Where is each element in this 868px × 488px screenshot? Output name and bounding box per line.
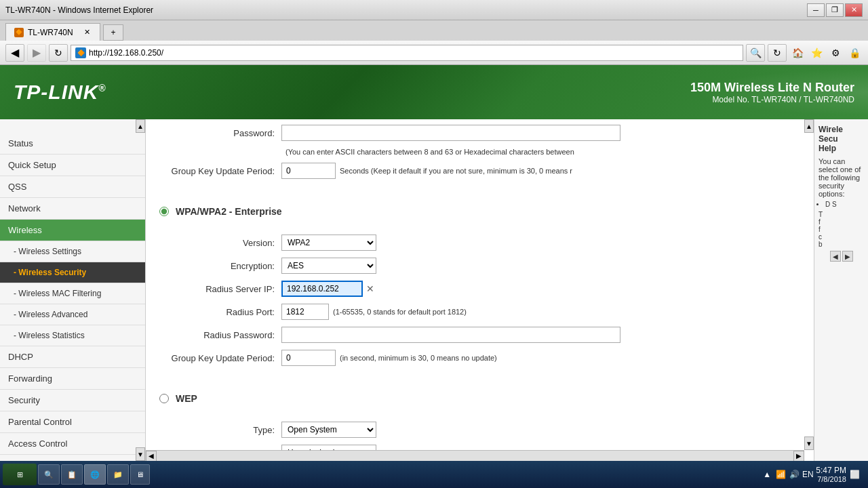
type-select[interactable]: Open System Shared Key Automatic xyxy=(281,422,376,438)
radius-port-input[interactable] xyxy=(281,304,329,320)
browser-tab[interactable]: 🔶 TL-WR740N ✕ xyxy=(5,23,100,41)
clock-time: 5:47 PM xyxy=(816,466,846,475)
restore-button[interactable]: ❐ xyxy=(826,3,844,17)
sidebar-item-wireless-mac-filtering[interactable]: - Wireless MAC Filtering xyxy=(0,283,145,304)
sidebar-scroll: Status Quick Setup QSS Network Wireless … xyxy=(0,119,145,461)
start-button[interactable]: ⊞ xyxy=(3,464,37,485)
search-button[interactable]: 🔍 xyxy=(746,44,765,62)
home-icon[interactable]: 🏠 xyxy=(789,45,806,61)
help-nav: ◀ ▶ xyxy=(818,251,864,262)
model-number: Model No. TL-WR740N / TL-WR740ND xyxy=(690,95,854,104)
address-bar[interactable]: 🔶 http://192.168.0.250/ xyxy=(71,45,743,61)
address-text: http://192.168.0.250/ xyxy=(89,48,163,58)
sidebar-item-network[interactable]: Network xyxy=(0,198,145,220)
radius-port-label: Radius Port: xyxy=(159,307,281,317)
taskbar-explorer[interactable]: 📁 xyxy=(107,464,129,485)
radius-port-note: (1-65535, 0 stands for default port 1812… xyxy=(333,308,467,316)
tab-close-button[interactable]: ✕ xyxy=(82,28,92,37)
wep-label: WEP xyxy=(176,393,197,404)
password-input[interactable] xyxy=(281,125,620,141)
content-area: ▲ Password: (You can enter ASCII charact xyxy=(146,119,814,461)
version-label: Version: xyxy=(159,238,281,248)
wpa-enterprise-label: WPA/WPA2 - Enterprise xyxy=(176,206,282,217)
help-next-button[interactable]: ▶ xyxy=(842,251,853,262)
show-desktop-icon[interactable]: ⬜ xyxy=(849,469,860,480)
sidebar-item-quick-setup[interactable]: Quick Setup xyxy=(0,155,145,176)
sidebar-item-dhcp[interactable]: DHCP xyxy=(0,346,145,368)
sidebar-item-wireless-settings[interactable]: - Wireless Settings xyxy=(0,241,145,262)
content-scroll-down[interactable]: ▼ xyxy=(804,436,814,450)
address-favicon-icon: 🔶 xyxy=(75,47,86,58)
sidebar-item-wireless-statistics[interactable]: - Wireless Statistics xyxy=(0,325,145,346)
scroll-right-button[interactable]: ▶ xyxy=(793,451,804,462)
sidebar-item-status[interactable]: Status xyxy=(0,133,145,155)
sidebar-item-qss[interactable]: QSS xyxy=(0,176,145,198)
explorer-taskbar-icon: 📁 xyxy=(113,470,123,479)
title-bar: TL-WR740N - Windows Internet Explorer ─ … xyxy=(0,0,868,20)
group-key-input-2[interactable] xyxy=(281,350,336,366)
help-title: WireleSecuHelp xyxy=(818,125,864,153)
group-key-label-1: Group Key Update Period: xyxy=(159,166,281,176)
sidebar-item-wireless-security[interactable]: - Wireless Security xyxy=(0,262,145,283)
sidebar-item-forwarding[interactable]: Forwarding xyxy=(0,368,145,390)
app-taskbar-icon: 🖥 xyxy=(136,470,144,479)
refresh-btn2[interactable]: ↻ xyxy=(768,44,787,62)
type-row: Type: Open System Shared Key Automatic xyxy=(159,422,789,438)
system-clock: 5:47 PM 7/8/2018 xyxy=(816,466,846,483)
radius-port-row: Radius Port: (1-65535, 0 stands for defa… xyxy=(159,304,789,320)
version-select[interactable]: WPA/WPA2 WPA2 WPA xyxy=(281,235,376,251)
minimize-button[interactable]: ─ xyxy=(807,3,825,17)
taskbar-view[interactable]: 📋 xyxy=(61,464,83,485)
radius-password-label: Radius Password: xyxy=(159,330,281,340)
taskbar-tray: ▲ 📶 🔊 EN 5:47 PM 7/8/2018 ⬜ xyxy=(756,466,865,483)
radius-ip-field: ✕ xyxy=(281,281,376,297)
group-key-label-2: Group Key Update Period: xyxy=(159,353,281,363)
sidebar-item-wireless-advanced[interactable]: - Wireless Advanced xyxy=(0,304,145,325)
group-key-input-1[interactable] xyxy=(281,163,336,179)
volume-tray-icon: 🔊 xyxy=(789,469,800,480)
scroll-left-button[interactable]: ◀ xyxy=(146,451,157,462)
radius-ip-input[interactable] xyxy=(281,281,363,297)
wep-section: WEP xyxy=(153,386,803,411)
scroll-track[interactable] xyxy=(157,451,793,461)
refresh-button[interactable]: ↻ xyxy=(49,44,68,62)
radius-ip-clear-button[interactable]: ✕ xyxy=(364,283,376,295)
wep-radio[interactable] xyxy=(159,394,169,403)
sidebar-item-parental-control[interactable]: Parental Control xyxy=(0,411,145,433)
sidebar: ▲ Status Quick Setup QSS Network Wireles… xyxy=(0,119,146,461)
wpa-enterprise-radio[interactable] xyxy=(159,207,169,216)
help-content: You can select one of the following secu… xyxy=(818,157,864,248)
content-wrapper: ▲ Password: (You can enter ASCII charact xyxy=(146,119,868,461)
wpa-enterprise-section: WPA/WPA2 - Enterprise xyxy=(153,199,803,224)
back-button[interactable]: ◀ xyxy=(5,44,24,62)
tools-icon[interactable]: ⚙ xyxy=(827,45,844,61)
sidebar-item-access-control[interactable]: Access Control xyxy=(0,433,145,455)
sidebar-item-advanced-routing[interactable]: Advanced Routing xyxy=(0,455,145,461)
help-prev-button[interactable]: ◀ xyxy=(830,251,841,262)
radius-password-row: Radius Password: xyxy=(159,327,789,343)
encryption-select[interactable]: Auto TKIP AES xyxy=(281,258,376,274)
taskbar-ie[interactable]: 🌐 xyxy=(84,464,106,485)
taskbar-search[interactable]: 🔍 xyxy=(38,464,60,485)
safety-icon[interactable]: 🔒 xyxy=(846,45,863,61)
radius-ip-label: Radius Server IP: xyxy=(159,284,281,294)
sidebar-scroll-down[interactable]: ▼ xyxy=(136,447,145,461)
tp-link-logo: TP-LINK® xyxy=(14,81,106,104)
title-bar-label: TL-WR740N - Windows Internet Explorer xyxy=(5,5,153,15)
taskbar-app[interactable]: 🖥 xyxy=(130,464,150,485)
close-button[interactable]: ✕ xyxy=(845,3,863,17)
password-note-row: (You can enter ASCII characters between … xyxy=(159,148,789,156)
horizontal-scrollbar: ◀ ▶ xyxy=(146,450,804,461)
sidebar-scroll-up[interactable]: ▲ xyxy=(136,119,145,133)
help-panel: WireleSecuHelp You can select one of the… xyxy=(814,119,868,461)
forward-button[interactable]: ▶ xyxy=(27,44,46,62)
sidebar-item-security[interactable]: Security xyxy=(0,390,145,411)
wpa-enterprise-fields: Version: WPA/WPA2 WPA2 WPA Encryption: xyxy=(146,228,803,380)
encryption-label: Encryption: xyxy=(159,261,281,271)
ie-taskbar-icon: 🌐 xyxy=(90,470,100,479)
radius-password-input[interactable] xyxy=(281,327,620,343)
new-tab-button[interactable]: + xyxy=(103,24,123,41)
favorites-icon[interactable]: ⭐ xyxy=(808,45,825,61)
sidebar-item-wireless[interactable]: Wireless xyxy=(0,220,145,241)
content-scroll-up[interactable]: ▲ xyxy=(804,119,814,133)
